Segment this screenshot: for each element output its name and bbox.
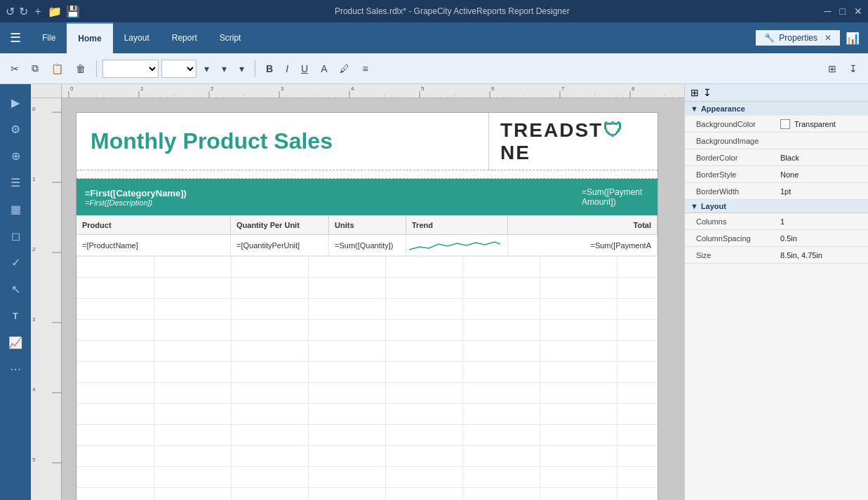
- bold-button[interactable]: B: [261, 60, 278, 78]
- border-color-label: BorderColor: [696, 154, 780, 162]
- border-color-row[interactable]: BorderColor Black: [685, 149, 868, 166]
- italic-button[interactable]: I: [281, 60, 293, 78]
- left-sidebar: ▶ ⚙ ⊕ ☰ ▦ ◻ ✓ ↖ T 📈 ⋯: [0, 84, 31, 500]
- column-spacing-value: 0.5in: [780, 234, 862, 243]
- panel-icon-1[interactable]: ⊞: [690, 87, 699, 98]
- main-area: ▶ ⚙ ⊕ ☰ ▦ ◻ ✓ ↖ T 📈 ⋯ // tick marks will…: [0, 84, 868, 500]
- size-row[interactable]: Size 8.5in, 4.75in: [685, 247, 868, 264]
- appearance-section: ▼ Appearance BackgroundColor Transparent…: [685, 102, 868, 200]
- layout-grid-button[interactable]: ⊞: [823, 60, 841, 78]
- layout-collapse-icon: ▼: [690, 202, 698, 210]
- svg-text:0: 0: [70, 86, 74, 92]
- menu-item-layout[interactable]: Layout: [113, 22, 161, 53]
- background-color-label: BackgroundColor: [696, 120, 780, 128]
- group-header[interactable]: =First([CategoryName]) =First([Descripti…: [76, 179, 657, 215]
- svg-text:6: 6: [491, 86, 495, 92]
- hamburger-menu[interactable]: ☰: [0, 22, 31, 53]
- open-icon[interactable]: 📁: [48, 5, 62, 18]
- col-header-trend: Trend: [406, 215, 508, 234]
- group-header-left: =First([CategoryName]) =First([Descripti…: [76, 179, 573, 215]
- group-header-right: =Sum([Payment Amount]): [573, 179, 657, 215]
- column-spacing-label: ColumnSpacing: [696, 234, 780, 243]
- paste-button[interactable]: 📋: [46, 60, 68, 78]
- layout-header[interactable]: ▼ Layout: [685, 200, 868, 213]
- background-color-text: Transparent: [794, 120, 836, 128]
- panel-icon-2[interactable]: ↧: [703, 87, 712, 98]
- undo-icon[interactable]: ↺: [6, 5, 15, 18]
- underline-button[interactable]: U: [296, 60, 313, 78]
- report-logo-cell[interactable]: TREADST🛡NE: [489, 113, 657, 170]
- dropdown-arrow3[interactable]: ▾: [234, 60, 249, 78]
- dropdown-arrow2[interactable]: ▾: [217, 60, 232, 78]
- columns-row[interactable]: Columns 1: [685, 213, 868, 230]
- sidebar-btn-list[interactable]: ☰: [3, 170, 28, 195]
- dropdown-arrow[interactable]: ▾: [199, 60, 214, 78]
- layout-snap-button[interactable]: ↧: [844, 60, 862, 78]
- font-color-button[interactable]: A: [316, 60, 332, 78]
- background-image-row[interactable]: BackgroundImage: [685, 133, 868, 149]
- report-title-cell[interactable]: Monthly Product Sales: [76, 113, 489, 170]
- new-icon[interactable]: ＋: [32, 4, 44, 19]
- columns-value: 1: [780, 217, 862, 226]
- sidebar-btn-layers[interactable]: ⊕: [3, 143, 28, 168]
- font-family-select[interactable]: [102, 60, 159, 78]
- report-header: Monthly Product Sales TREADST🛡NE: [76, 113, 657, 170]
- border-style-row[interactable]: BorderStyle None: [685, 166, 868, 183]
- horizontal-ruler: // tick marks will be drawn via JS below…: [62, 84, 684, 98]
- qty-per-unit-cell: =[QuantityPerUnit]: [231, 235, 329, 255]
- column-spacing-row[interactable]: ColumnSpacing 0.5in: [685, 230, 868, 247]
- size-value: 8.5in, 4.75in: [780, 251, 862, 259]
- minimize-button[interactable]: ─: [824, 6, 832, 17]
- menu-item-home[interactable]: Home: [67, 22, 112, 53]
- report-view-icon[interactable]: 📊: [846, 32, 860, 45]
- highlight-button[interactable]: 🖊: [335, 60, 354, 78]
- sidebar-btn-tree[interactable]: ⚙: [3, 116, 28, 142]
- redo-icon[interactable]: ↻: [19, 5, 28, 18]
- font-size-select[interactable]: [161, 60, 196, 78]
- sidebar-btn-more[interactable]: ⋯: [3, 356, 28, 381]
- data-row[interactable]: =[ProductName] =[QuantityPerUnit] =Sum([…: [76, 235, 657, 256]
- sidebar-btn-shapes[interactable]: ◻: [3, 223, 28, 248]
- cut-button[interactable]: ✂: [6, 60, 24, 78]
- ruler-corner: [31, 84, 62, 98]
- panel-toolbar: ⊞ ↧: [685, 84, 868, 102]
- copy-button[interactable]: ⧉: [27, 59, 44, 78]
- border-width-row[interactable]: BorderWidth 1pt: [685, 183, 868, 200]
- background-color-row[interactable]: BackgroundColor Transparent: [685, 116, 868, 133]
- sidebar-btn-check[interactable]: ✓: [3, 250, 28, 275]
- svg-text:3: 3: [281, 86, 284, 92]
- logo-icon: 🛡: [603, 119, 624, 141]
- payment-amount-formula: =Sum([Payment Amount]): [582, 187, 649, 207]
- sidebar-btn-play[interactable]: ▶: [3, 90, 28, 115]
- sidebar-btn-barcode[interactable]: ▦: [3, 196, 28, 222]
- sidebar-btn-cursor[interactable]: ↖: [3, 276, 28, 302]
- background-image-label: BackgroundImage: [696, 137, 780, 145]
- sidebar-btn-chart[interactable]: 📈: [3, 330, 28, 355]
- total-cell: =Sum([PaymentA: [508, 235, 657, 255]
- close-button[interactable]: ✕: [854, 6, 862, 17]
- menu-item-file[interactable]: File: [31, 22, 67, 53]
- col-header-units: Units: [329, 215, 406, 234]
- save-icon[interactable]: 💾: [66, 5, 80, 18]
- ruler-top: // tick marks will be drawn via JS below…: [31, 84, 684, 98]
- delete-button[interactable]: 🗑: [71, 60, 91, 78]
- menu-item-report[interactable]: Report: [161, 22, 208, 53]
- dashed-separator: [76, 170, 657, 179]
- color-swatch[interactable]: [780, 119, 790, 129]
- canvas-area[interactable]: // tick marks will be drawn via JS below…: [31, 84, 684, 500]
- appearance-header[interactable]: ▼ Appearance: [685, 102, 868, 116]
- menu-item-script[interactable]: Script: [208, 22, 253, 53]
- border-style-label: BorderStyle: [696, 170, 780, 179]
- size-label: Size: [696, 251, 780, 259]
- properties-tab[interactable]: 🔧 Properties ✕: [756, 30, 840, 46]
- sidebar-btn-text[interactable]: T: [3, 303, 28, 328]
- report-canvas[interactable]: Monthly Product Sales TREADST🛡NE =First(…: [76, 112, 658, 500]
- trend-cell: [406, 235, 508, 255]
- units-cell: =Sum([Quantity]): [329, 235, 406, 255]
- align-button[interactable]: ≡: [357, 60, 373, 78]
- properties-close-icon[interactable]: ✕: [824, 33, 832, 43]
- window-title: Product Sales.rdlx* - GrapeCity ActiveRe…: [80, 6, 824, 16]
- border-color-value: Black: [780, 154, 862, 162]
- maximize-button[interactable]: □: [840, 6, 846, 17]
- properties-icon: 🔧: [764, 33, 775, 43]
